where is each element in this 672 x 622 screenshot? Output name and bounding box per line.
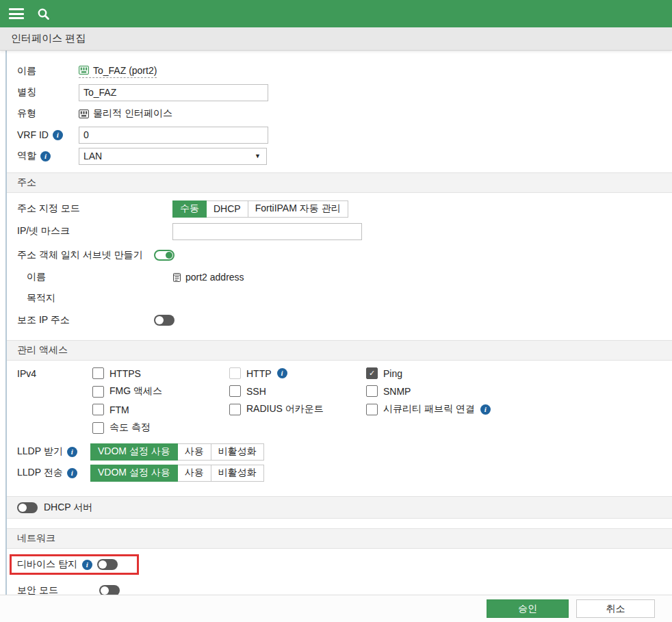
create-subnet-label: 주소 객체 일치 서브넷 만들기: [17, 249, 154, 261]
secondary-ip-toggle[interactable]: [154, 315, 175, 326]
name-label: 이름: [17, 65, 79, 77]
lldp-rx-enable-button[interactable]: 사용: [178, 443, 211, 461]
chevron-down-icon: ▼: [255, 153, 261, 159]
interface-edit-form: 이름 To_FAZ (port2) 별칭 유형: [5, 51, 672, 622]
alias-input[interactable]: [79, 84, 268, 101]
mode-manual-button[interactable]: 수동: [172, 200, 207, 218]
create-subnet-toggle[interactable]: [154, 250, 175, 261]
checkmark-icon: ✓: [366, 367, 378, 379]
type-value: 물리적 인터페이스: [93, 107, 172, 120]
role-label: 역할: [17, 150, 36, 162]
security-fabric-info-icon[interactable]: i: [480, 404, 491, 415]
dhcp-server-toggle[interactable]: [17, 502, 38, 513]
checkbox-fmg-access[interactable]: FMG 액세스: [92, 385, 229, 398]
row-name: 이름 To_FAZ (port2): [7, 62, 672, 81]
checkbox-http[interactable]: HTTP i: [229, 367, 366, 379]
lldp-tx-enable-button[interactable]: 사용: [178, 465, 211, 482]
dhcp-server-band: DHCP 서버: [7, 496, 672, 519]
vrf-input[interactable]: [79, 127, 268, 144]
checkbox-ping[interactable]: ✓Ping: [366, 367, 503, 379]
lldp-rx-info-icon[interactable]: i: [67, 447, 77, 457]
interface-name-text: To_FAZ (port2): [93, 65, 157, 76]
ipv4-label: IPv4: [17, 367, 92, 379]
red-highlight-annotation: 디바이스 탐지 i: [10, 554, 139, 575]
type-label: 유형: [17, 107, 79, 120]
ip-netmask-input[interactable]: [172, 223, 362, 240]
row-vrf: VRF ID i: [7, 125, 672, 144]
page-title-bar: 인터페이스 편집: [0, 27, 672, 51]
checkbox-https[interactable]: HTTPS: [92, 367, 229, 379]
checkbox-speed-test[interactable]: 속도 측정: [92, 422, 229, 434]
address-object-name-label: 이름: [27, 271, 172, 283]
lldp-rx-label: LLDP 받기: [17, 445, 63, 458]
ethernet-port-icon: [79, 66, 89, 75]
checkbox-ssh[interactable]: SSH: [229, 385, 366, 397]
addressing-mode-segmented: 수동 DHCP FortiIPAM 자동 관리: [172, 200, 348, 218]
lldp-rx-vdom-button[interactable]: VDOM 설정 사용: [90, 443, 178, 461]
alias-label: 별칭: [17, 86, 79, 99]
hamburger-menu-icon[interactable]: [9, 8, 24, 19]
lldp-tx-label: LLDP 전송: [17, 467, 63, 479]
row-address-object-name: 이름 port2 address: [7, 268, 672, 287]
row-ipv4-access: IPv4 HTTPS FMG 액세스 FTM 속도 측정 HTTP: [7, 367, 672, 434]
checkbox-security-fabric[interactable]: 시큐리티 패브릭 연결 i: [366, 403, 503, 415]
interface-name-value[interactable]: To_FAZ (port2): [79, 65, 157, 78]
device-detection-toggle[interactable]: [97, 559, 118, 570]
vrf-label: VRF ID: [17, 129, 49, 140]
physical-interface-icon: [79, 109, 89, 118]
secondary-ip-label: 보조 IP 주소: [17, 314, 154, 326]
row-role: 역할 i LAN ▼: [7, 146, 672, 166]
destination-label: 목적지: [27, 292, 172, 304]
section-header-network: 네트워크: [7, 528, 672, 549]
row-type: 유형 물리적 인터페이스: [7, 104, 672, 123]
row-alias: 별칭: [7, 83, 672, 102]
lldp-tx-vdom-button[interactable]: VDOM 설정 사용: [90, 465, 178, 482]
lldp-rx-disable-button[interactable]: 비활성화: [211, 443, 264, 461]
form-footer: 승인 취소: [0, 595, 672, 622]
role-info-icon[interactable]: i: [40, 151, 51, 161]
ipv4-checkbox-grid: HTTPS FMG 액세스 FTM 속도 측정 HTTP i SSH: [92, 367, 503, 434]
ip-netmask-label: IP/넷 마스크: [17, 225, 172, 237]
device-detection-label: 디바이스 탐지: [17, 558, 77, 571]
row-destination: 목적지: [7, 289, 672, 308]
row-secondary-ip: 보조 IP 주소: [7, 311, 672, 330]
row-lldp-reception: LLDP 받기 i VDOM 설정 사용 사용 비활성화: [7, 442, 672, 461]
lldp-rx-segmented: VDOM 설정 사용 사용 비활성화: [90, 443, 264, 461]
row-addressing-mode: 주소 지정 모드 수동 DHCP FortiIPAM 자동 관리: [7, 199, 672, 218]
row-lldp-transmission: LLDP 전송 i VDOM 설정 사용 사용 비활성화: [7, 463, 672, 482]
dhcp-server-label: DHCP 서버: [44, 502, 92, 514]
checkbox-radius-accounting[interactable]: RADIUS 어카운트: [229, 403, 366, 415]
section-header-admin-access: 관리 액세스: [7, 340, 672, 361]
search-icon[interactable]: [37, 8, 50, 21]
lldp-tx-disable-button[interactable]: 비활성화: [211, 465, 264, 482]
ok-button[interactable]: 승인: [487, 599, 569, 618]
vrf-info-icon[interactable]: i: [53, 130, 63, 140]
row-create-subnet-object: 주소 객체 일치 서브넷 만들기: [7, 246, 672, 265]
checkbox-ftm[interactable]: FTM: [92, 404, 229, 415]
page-title: 인터페이스 편집: [11, 32, 86, 45]
role-selected-value: LAN: [83, 151, 102, 161]
device-detection-info-icon[interactable]: i: [82, 560, 92, 570]
top-navbar: [0, 0, 672, 27]
lldp-tx-info-icon[interactable]: i: [67, 468, 77, 478]
mode-dhcp-button[interactable]: DHCP: [207, 200, 248, 218]
http-info-icon[interactable]: i: [277, 368, 287, 378]
addressing-mode-label: 주소 지정 모드: [17, 203, 172, 215]
checkbox-snmp[interactable]: SNMP: [366, 385, 503, 397]
address-book-icon: [172, 273, 181, 282]
section-header-address: 주소: [7, 172, 672, 193]
address-object-name-value: port2 address: [185, 272, 244, 283]
cancel-button[interactable]: 취소: [576, 599, 655, 618]
role-select[interactable]: LAN ▼: [79, 148, 267, 165]
row-ip-netmask: IP/넷 마스크: [7, 222, 672, 241]
lldp-tx-segmented: VDOM 설정 사용 사용 비활성화: [90, 465, 264, 482]
row-device-detection: 디바이스 탐지 i: [7, 554, 672, 575]
mode-fortiipam-button[interactable]: FortiIPAM 자동 관리: [248, 200, 348, 218]
